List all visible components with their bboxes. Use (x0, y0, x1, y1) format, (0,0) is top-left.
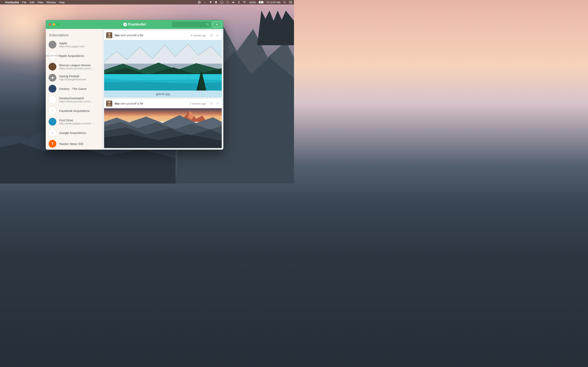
airplay-icon[interactable] (220, 1, 223, 4)
subscription-avatar-icon: g (49, 129, 56, 137)
push-sender: You (114, 34, 120, 37)
svg-rect-2 (220, 1, 223, 3)
subscription-url: http://www.apple.com (59, 45, 85, 48)
subscription-avatar-icon: Y (49, 140, 56, 148)
battery-percent: 100% (249, 1, 256, 4)
subscription-title: Hacker News 500 (59, 142, 83, 146)
subscription-title: Destiny - The Game (59, 87, 86, 91)
push-image[interactable] (104, 108, 222, 148)
bluetooth-icon[interactable] (238, 1, 240, 4)
status-icon-1[interactable]: ID (198, 1, 201, 4)
sidebar-item[interactable]: gGoogle Acquisitions (46, 127, 102, 138)
push-caption: glacier.jpg (104, 91, 222, 97)
feed: You sent yourself a file A minute ago gl… (103, 29, 223, 150)
sidebar-item[interactable]: ACQUISITIONSApple Acquisitions (46, 50, 102, 61)
subscription-title: Bronze League Heroes (59, 63, 94, 67)
subscription-url: https://www.youtube.com/c… (59, 100, 94, 103)
subscription-avatar-icon (49, 85, 56, 92)
menu-window[interactable]: Window (47, 1, 56, 4)
subscription-avatar-icon: ACQUISITIONS (49, 52, 56, 59)
subscription-url: http://daringfireball.net/ (59, 78, 86, 81)
window-titlebar: Pushbullet (46, 20, 223, 29)
svg-point-9 (289, 2, 289, 2)
push-time: A minute ago (191, 34, 206, 37)
svg-rect-5 (263, 2, 264, 2)
subscription-avatar-icon (49, 96, 56, 104)
dismiss-button[interactable] (216, 101, 220, 106)
push-card: You sent yourself a file A minute ago gl… (104, 31, 222, 97)
sidebar-item[interactable]: Destiny - The Game (46, 83, 102, 94)
window-traffic-lights (48, 23, 61, 26)
sidebar-item[interactable]: First Drivehttp://www.topgear.com/uk/… (46, 116, 102, 127)
push-action: sent yourself a file (120, 102, 143, 105)
svg-text:ID: ID (199, 1, 200, 3)
sidebar-item[interactable]: Bronze League Heroeshttps://www.youtube.… (46, 61, 102, 72)
push-card: You sent yourself a file 2 minutes ago (104, 99, 222, 148)
subscriptions-list: Applehttp://www.apple.comACQUISITIONSApp… (46, 39, 102, 150)
push-image[interactable] (104, 40, 222, 91)
volume-icon[interactable] (232, 1, 235, 4)
sidebar-item[interactable]: DestinyOverwatchhttps://www.youtube.com/… (46, 94, 102, 105)
bookmark-icon[interactable] (215, 1, 217, 4)
plus-icon (215, 23, 219, 26)
push-sender: You (114, 102, 120, 105)
menubar-clock[interactable]: Fri 5:07 AM (267, 1, 280, 4)
subscription-avatar-icon (49, 63, 56, 71)
menu-edit[interactable]: Edit (30, 1, 34, 4)
close-icon (216, 34, 219, 37)
window-zoom-button[interactable] (57, 23, 59, 26)
window-title-text: Pushbullet (128, 22, 146, 26)
new-push-button[interactable] (213, 22, 221, 27)
subscription-url: http://www.topgear.com/uk/… (59, 122, 94, 125)
svg-point-10 (289, 3, 289, 3)
subscription-title: DestinyOverwatch (59, 96, 94, 100)
menubar-app-name[interactable]: Pushbullet (5, 1, 19, 4)
menu-help[interactable]: Help (59, 1, 65, 4)
subscription-title: Apple (59, 42, 85, 45)
sidebar-header: Subscriptions (46, 31, 102, 39)
subscription-url: https://www.youtube.com/u… (59, 67, 94, 70)
push-meta: You sent yourself a file (114, 102, 187, 105)
wifi-icon[interactable] (243, 1, 246, 3)
share-button[interactable] (209, 33, 214, 37)
battery-icon[interactable] (259, 1, 264, 4)
push-time: 2 minutes ago (190, 102, 206, 105)
sidebar-item[interactable]: ★Daring Fireballhttp://daringfireball.ne… (46, 72, 102, 83)
share-icon (210, 34, 213, 37)
sidebar-item[interactable]: fFacebook Acquisitions (46, 105, 102, 116)
dismiss-button[interactable] (216, 33, 220, 37)
pushbullet-logo-icon (123, 23, 127, 26)
subscription-title: Facebook Acquisitions (59, 109, 90, 113)
share-button[interactable] (209, 101, 214, 106)
spotlight-icon[interactable] (283, 1, 286, 4)
push-sender-avatar (106, 100, 112, 107)
menu-file[interactable]: File (22, 1, 26, 4)
subscription-title: Apple Acquisitions (59, 54, 84, 58)
subscription-avatar-icon (49, 41, 56, 49)
sidebar-item[interactable]: Applehttp://www.apple.com (46, 39, 102, 50)
macos-menubar: Pushbullet File Edit View Window Help ID… (0, 0, 294, 4)
sidebar: Subscriptions Applehttp://www.apple.comA… (46, 29, 103, 150)
list-icon[interactable] (289, 1, 292, 3)
subscription-title: Daring Fireball (59, 75, 86, 78)
svg-point-11 (207, 24, 208, 25)
push-action: sent yourself a file (120, 34, 143, 37)
app-window: Pushbullet Subscriptions Applehttp://www… (46, 20, 223, 150)
subscription-avatar-icon: ★ (49, 74, 56, 82)
push-meta: You sent yourself a file (114, 34, 189, 37)
svg-point-8 (289, 1, 289, 2)
window-close-button[interactable] (49, 23, 51, 26)
window-minimize-button[interactable] (53, 23, 55, 26)
subscription-title: Google Acquisitions (59, 131, 86, 134)
menu-view[interactable]: View (38, 1, 43, 4)
status-icon-2[interactable] (204, 1, 207, 4)
subscription-avatar-icon: f (49, 107, 56, 115)
timemachine-icon[interactable] (226, 1, 229, 4)
search-icon (206, 23, 209, 26)
push-header: You sent yourself a file A minute ago (104, 31, 222, 40)
notification-bell-icon[interactable] (209, 1, 212, 4)
sidebar-item[interactable]: YHacker News 500 (46, 138, 102, 149)
share-icon (210, 102, 213, 105)
search-input[interactable] (172, 22, 211, 27)
subscription-title: First Drive (59, 118, 94, 122)
